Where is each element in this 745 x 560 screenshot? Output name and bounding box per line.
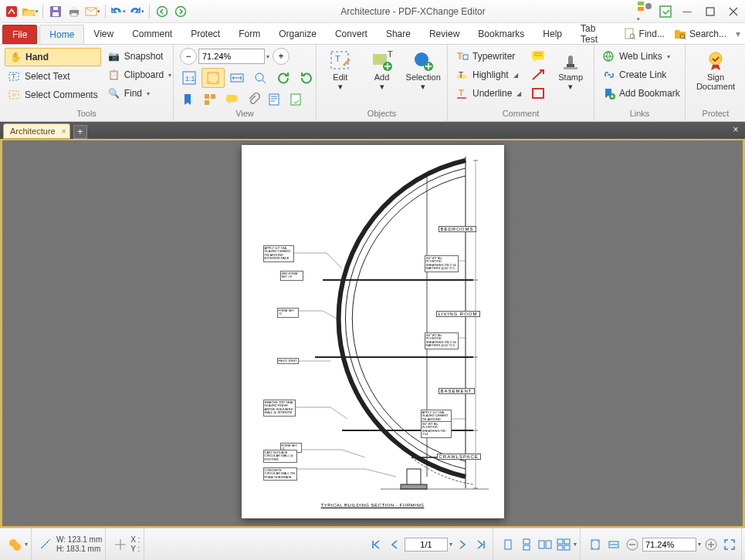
note-tool[interactable] [527,48,549,65]
prev-icon[interactable] [154,3,171,20]
zoom-out-button[interactable]: − [180,48,197,65]
underline-tool[interactable]: TUnderline◢ [452,85,524,102]
tab-share[interactable]: Share [377,23,420,44]
web-links-button[interactable]: Web Links▾ [599,48,683,65]
tab-comment[interactable]: Comment [123,23,181,44]
rotate-ccw-icon[interactable] [273,68,294,88]
first-page-button[interactable] [367,536,384,553]
clipboard-tool[interactable]: 📋Clipboard▾ [104,66,174,83]
title-bar: ▾ ▾ ▾ ▾ Architecture - PDF-XChange Edito… [0,0,745,23]
close-all-button[interactable]: × [730,123,742,136]
label-basement: BASEMENT [439,388,475,394]
page-input[interactable] [405,538,448,552]
find-tool[interactable]: 🔍Find▾ [104,85,174,102]
zoom-out-status[interactable] [624,536,641,553]
select-comments-tool[interactable]: Select Comments [5,86,101,103]
tab-tabtest[interactable]: Tab Test [571,23,619,44]
tab-help[interactable]: Help [533,23,571,44]
maximize-button[interactable] [699,1,722,22]
snapshot-tool[interactable]: 📷Snapshot [104,48,174,65]
next-page-button[interactable] [454,536,471,553]
svg-point-36 [376,56,379,59]
tab-bookmarks[interactable]: Bookmarks [469,23,533,44]
group-links: Web Links▾ Create Link Add Bookmark Link… [594,45,686,121]
next-icon[interactable] [172,3,189,20]
tab-file[interactable]: File [2,25,37,44]
search-button[interactable]: Search... [669,23,731,44]
window-title: Architecture - PDF-XChange Editor [192,6,634,17]
zoom-selection-icon[interactable] [249,68,271,88]
sign-document-button[interactable]: Sign Document [690,48,741,93]
select-text-tool[interactable]: TSelect Text [5,68,101,85]
tab-organize[interactable]: Organize [269,23,326,44]
layout-single-icon[interactable] [499,536,516,553]
thumbnails-pane-icon[interactable] [200,91,220,108]
rotate-cw-icon[interactable] [296,68,317,88]
window-controls: — [676,1,745,22]
tab-convert[interactable]: Convert [326,23,377,44]
document-canvas[interactable]: BEDROOMS LIVING ROOM BASEMENT CRAWLSPACE… [0,139,745,528]
attachments-pane-icon[interactable] [243,91,263,108]
zoom-status-input[interactable] [642,538,696,552]
redo-icon[interactable]: ▾ [128,3,145,20]
cursor-icon[interactable] [112,536,129,553]
selection-button[interactable]: Selection▾ [404,48,442,93]
tab-view[interactable]: View [84,23,123,44]
save-icon[interactable] [47,3,64,20]
stamp-button[interactable]: Stamp▾ [552,48,589,93]
ui-options-icon[interactable]: ▾ [634,0,655,23]
minimize-button[interactable]: — [676,1,699,22]
email-icon[interactable]: ▾ [84,3,101,20]
close-tab-icon[interactable]: × [62,127,66,136]
typewriter-tool[interactable]: TTypewriter [452,48,524,65]
bookmark-pane-icon[interactable] [178,91,198,108]
print-icon[interactable] [66,3,83,20]
fit-page-icon[interactable] [201,68,225,88]
comments-pane-icon[interactable] [222,91,242,108]
svg-point-55 [13,543,21,551]
options-icon[interactable] [6,536,23,553]
create-link-button[interactable]: Create Link [599,66,683,83]
hand-tool[interactable]: ✋Hand [5,48,101,66]
tab-form[interactable]: Form [229,23,269,44]
add-bookmark-button[interactable]: Add Bookmark [599,85,683,102]
last-page-button[interactable] [472,536,489,553]
tab-protect[interactable]: Protect [181,23,229,44]
page: BEDROOMS LIVING ROOM BASEMENT CRAWLSPACE… [242,145,504,518]
open-icon[interactable]: ▾ [22,3,39,20]
layout-continuous-icon[interactable] [518,536,535,553]
zoom-in-status[interactable] [703,536,720,553]
layout-facing-cont-icon[interactable] [555,536,572,553]
layout-facing-icon[interactable] [537,536,554,553]
fit-page-status-icon[interactable] [587,536,604,553]
actual-size-icon[interactable]: 1:1 [178,68,200,88]
fields-pane-icon[interactable] [265,91,285,108]
undo-icon[interactable]: ▾ [110,3,127,20]
svg-rect-64 [564,545,570,550]
launch-icon[interactable] [655,5,676,19]
arrow-tool[interactable] [527,66,549,83]
app-icon[interactable] [3,3,20,20]
fit-width-status-icon[interactable] [605,536,622,553]
add-button[interactable]: T Add▾ [363,48,401,93]
measure-icon[interactable] [38,536,55,553]
edit-button[interactable]: T Edit▾ [321,48,360,93]
tab-review[interactable]: Review [420,23,469,44]
fullscreen-icon[interactable] [721,536,738,553]
tab-home[interactable]: Home [39,25,84,44]
fit-width-icon[interactable] [226,68,248,88]
find-button[interactable]: Find... [619,23,669,44]
close-button[interactable] [722,1,745,22]
svg-text:T: T [12,73,16,80]
document-tab[interactable]: Architecture × [3,123,70,139]
ribbon-toggle[interactable]: ▾ [731,23,745,44]
add-tab-button[interactable]: + [73,125,87,139]
highlight-tool[interactable]: THighlight◢ [452,66,524,83]
zoom-in-button[interactable]: + [273,48,290,65]
svg-text:T: T [459,71,463,79]
prev-page-button[interactable] [386,536,403,553]
rect-tool[interactable] [527,85,549,102]
svg-rect-0 [6,6,17,17]
zoom-input[interactable] [198,49,265,64]
panes-more-icon[interactable] [286,91,306,108]
